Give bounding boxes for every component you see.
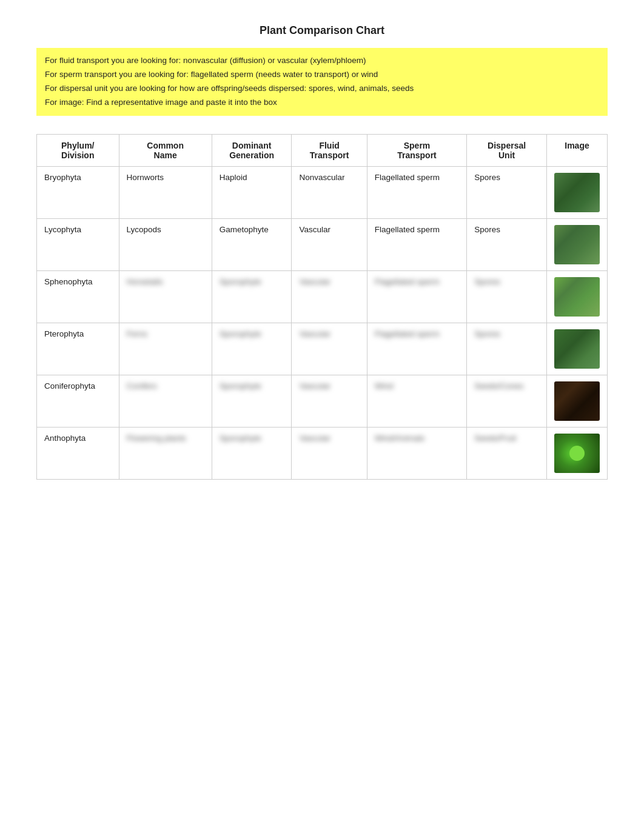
phylum-cell: Bryophyta — [37, 166, 119, 218]
dispersal-unit-cell: Spores — [467, 323, 547, 375]
table-row: BryophytaHornwortsHaploidNonvascularFlag… — [37, 166, 608, 218]
image-cell — [547, 166, 608, 218]
plant-image — [554, 381, 600, 421]
common-name-cell: Flowering plants — [119, 427, 212, 479]
image-cell — [547, 375, 608, 427]
phylum-cell: Sphenophyta — [37, 270, 119, 323]
fluid-transport-cell: Vascular — [292, 323, 367, 375]
table-header-row: Phylum/Division CommonName DominantGener… — [37, 134, 608, 166]
dispersal-unit-cell: Seeds/Fruit — [467, 427, 547, 479]
table-row: SphenophytaHorsetailsSporophyteVascularF… — [37, 270, 608, 323]
col-header-sperm: SpermTransport — [367, 134, 466, 166]
sperm-transport-cell: Wind — [367, 375, 466, 427]
fluid-transport-cell: Vascular — [292, 375, 367, 427]
sperm-transport-cell: Flagellated sperm — [367, 270, 466, 323]
col-header-dispersal: DispersalUnit — [467, 134, 547, 166]
note-line-3: For dispersal unit you are looking for h… — [45, 82, 599, 96]
fluid-transport-cell: Vascular — [292, 270, 367, 323]
image-cell — [547, 270, 608, 323]
page-title: Plant Comparison Chart — [36, 24, 608, 37]
common-name-cell: Lycopods — [119, 218, 212, 270]
dominant-gen-cell: Sporophyte — [212, 270, 292, 323]
note-box: For fluid transport you are looking for:… — [36, 48, 608, 116]
dispersal-unit-cell: Spores — [467, 270, 547, 323]
plant-image — [554, 173, 600, 212]
sperm-transport-cell: Flagellated sperm — [367, 218, 466, 270]
table-row: LycophytaLycopodsGametophyteVascularFlag… — [37, 218, 608, 270]
dispersal-unit-cell: Spores — [467, 166, 547, 218]
fluid-transport-cell: Nonvascular — [292, 166, 367, 218]
col-header-phylum: Phylum/Division — [37, 134, 119, 166]
image-cell — [547, 427, 608, 479]
sperm-transport-cell: Wind/Animals — [367, 427, 466, 479]
common-name-cell: Ferns — [119, 323, 212, 375]
dominant-gen-cell: Haploid — [212, 166, 292, 218]
col-header-common: CommonName — [119, 134, 212, 166]
fluid-transport-cell: Vascular — [292, 427, 367, 479]
common-name-cell: Hornworts — [119, 166, 212, 218]
dominant-gen-cell: Sporophyte — [212, 375, 292, 427]
common-name-cell: Horsetails — [119, 270, 212, 323]
fluid-transport-cell: Vascular — [292, 218, 367, 270]
col-header-fluid: FluidTransport — [292, 134, 367, 166]
image-cell — [547, 323, 608, 375]
note-line-4: For image: Find a representative image a… — [45, 96, 599, 110]
table-row: AnthophytaFlowering plantsSporophyteVasc… — [37, 427, 608, 479]
phylum-cell: Coniferophyta — [37, 375, 119, 427]
dominant-gen-cell: Gametophyte — [212, 218, 292, 270]
phylum-cell: Anthophyta — [37, 427, 119, 479]
phylum-cell: Pterophyta — [37, 323, 119, 375]
plant-image — [554, 434, 600, 473]
sperm-transport-cell: Flagellated sperm — [367, 323, 466, 375]
plant-image — [554, 225, 600, 264]
sperm-transport-cell: Flagellated sperm — [367, 166, 466, 218]
dispersal-unit-cell: Seeds/Cones — [467, 375, 547, 427]
table-row: ConiferophytaConifersSporophyteVascularW… — [37, 375, 608, 427]
dispersal-unit-cell: Spores — [467, 218, 547, 270]
table-row: PterophytaFernsSporophyteVascularFlagell… — [37, 323, 608, 375]
common-name-cell: Conifers — [119, 375, 212, 427]
dominant-gen-cell: Sporophyte — [212, 427, 292, 479]
image-cell — [547, 218, 608, 270]
note-line-2: For sperm transport you are looking for:… — [45, 68, 599, 82]
comparison-table: Phylum/Division CommonName DominantGener… — [36, 134, 608, 480]
col-header-image: Image — [547, 134, 608, 166]
plant-image — [554, 277, 600, 317]
dominant-gen-cell: Sporophyte — [212, 323, 292, 375]
col-header-dominant: DominantGeneration — [212, 134, 292, 166]
note-line-1: For fluid transport you are looking for:… — [45, 54, 599, 68]
phylum-cell: Lycophyta — [37, 218, 119, 270]
plant-image — [554, 329, 600, 369]
